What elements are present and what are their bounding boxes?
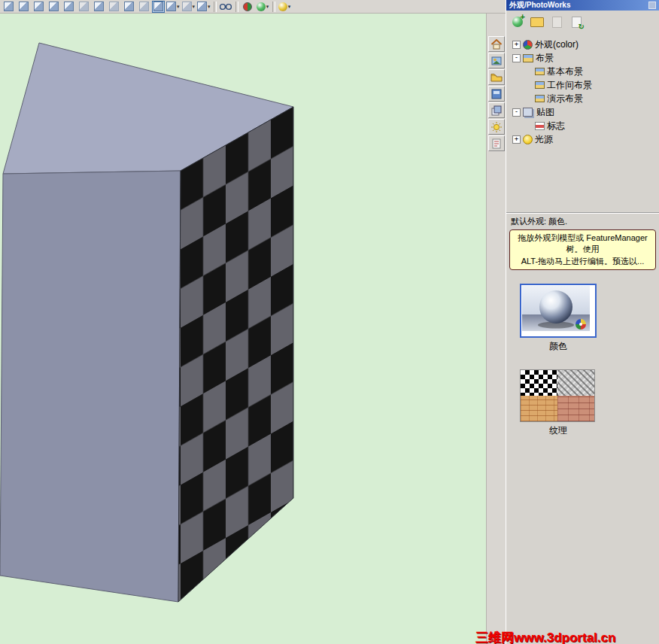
- back-view-button[interactable]: [17, 1, 31, 13]
- tree-item-presentation-scenes[interactable]: 演示布景: [506, 92, 659, 105]
- hint-line: 树。使用: [512, 244, 654, 255]
- scene-icon: [535, 81, 545, 89]
- box-checker-face[interactable]: [178, 107, 293, 602]
- tree-item-basic-scenes[interactable]: 基本布景: [506, 65, 659, 78]
- view-cube-icon: [109, 2, 119, 11]
- copy-button[interactable]: [548, 14, 565, 30]
- left-view-button[interactable]: [32, 1, 46, 13]
- decal-stack-icon: [523, 108, 533, 117]
- texture-grid-image: [521, 370, 594, 421]
- decals-icon: [490, 105, 503, 117]
- expander-box[interactable]: +: [512, 135, 521, 144]
- toolbar-separator: [272, 2, 275, 12]
- refresh-arrows-icon: ↻: [579, 23, 585, 31]
- photoworks-options-button[interactable]: ▾: [278, 1, 292, 13]
- light-icon: [523, 135, 533, 144]
- hidden-lines-button[interactable]: ▾: [181, 1, 196, 13]
- open-archive-button[interactable]: [529, 14, 545, 30]
- normal-to-view-button[interactable]: [137, 1, 151, 13]
- appearance-tree: + 外观(color) - 布景 基本布景 工作间布景 演示布景: [506, 33, 659, 212]
- chevron-down-icon: ▾: [266, 4, 269, 9]
- scene-editor-button[interactable]: [488, 86, 505, 102]
- scene-editor-icon: [490, 88, 503, 100]
- expander-box[interactable]: +: [512, 41, 521, 49]
- logo-icon: [535, 122, 545, 130]
- home-button[interactable]: [488, 36, 505, 52]
- tree-item-scenes[interactable]: - 布景: [506, 51, 659, 65]
- brick-texture-swatch: [557, 396, 594, 421]
- add-appearance-button[interactable]: +: [509, 14, 526, 30]
- front-view-button[interactable]: [2, 1, 16, 13]
- pin-icon[interactable]: [648, 2, 656, 9]
- tree-item-studio-scenes[interactable]: 工作间布景: [506, 78, 659, 92]
- tree-item-label: 外观(color): [535, 38, 579, 51]
- plus-icon: +: [521, 12, 525, 21]
- appearances-button[interactable]: [488, 135, 505, 151]
- color-preview-block: 颜色: [520, 284, 597, 353]
- color-preview-thumbnail[interactable]: [520, 284, 597, 338]
- hint-tooltip: 拖放外观到模型或 FeatureManager 树。使用 ALT-拖动马上进行编…: [509, 229, 656, 270]
- expander-box[interactable]: -: [512, 54, 521, 62]
- bottom-view-button[interactable]: [77, 1, 91, 13]
- hint-line: ALT-拖动马上进行编辑。预选以...: [512, 256, 654, 267]
- appearance-sheet-icon: [490, 138, 503, 150]
- box-left-face[interactable]: [0, 171, 181, 602]
- scene-icon: [523, 54, 533, 62]
- tree-item-logos[interactable]: 标志: [506, 119, 659, 132]
- decals-button[interactable]: [488, 102, 505, 118]
- preview-window-button[interactable]: [488, 53, 505, 68]
- render-tools-button[interactable]: ▾: [256, 1, 270, 13]
- view-cube-icon: [166, 2, 176, 11]
- open-scene-button[interactable]: [488, 69, 505, 85]
- view-cube-icon: [197, 2, 207, 11]
- render-preview-icon: [490, 55, 503, 67]
- chevron-down-icon: ▾: [177, 4, 180, 9]
- texture-preview-thumbnail[interactable]: [520, 369, 595, 422]
- toolbar-separator: [235, 2, 238, 12]
- tree-item-appearance[interactable]: + 外观(color): [506, 38, 659, 51]
- render-ball-icon: [243, 2, 252, 11]
- tree-item-decals[interactable]: - 贴图: [506, 105, 659, 119]
- photoworks-panel: 外观/PhotoWorks + ↻ + 外观(color): [506, 0, 659, 644]
- tree-item-lights[interactable]: + 光源: [506, 132, 659, 146]
- right-view-button[interactable]: [47, 1, 61, 13]
- main-toolbar: ▾ ▾ ▾ ▾ ▾: [0, 0, 506, 14]
- viewport-3d[interactable]: [0, 14, 486, 644]
- isometric-view-button[interactable]: [92, 1, 106, 13]
- dimetric-view-button[interactable]: [122, 1, 136, 13]
- tree-item-label: 工作间布景: [547, 79, 592, 92]
- glasses-icon: [220, 3, 232, 11]
- model-box[interactable]: [0, 14, 486, 644]
- view-cube-icon: [34, 2, 44, 11]
- tree-item-label: 光源: [535, 133, 553, 146]
- view-cube-icon: [94, 2, 104, 11]
- view-orientation-button[interactable]: [152, 1, 165, 13]
- tree-item-label: 基本布景: [547, 65, 583, 78]
- toolbar-separator: [214, 2, 217, 12]
- chevron-down-icon: ▾: [193, 4, 196, 9]
- view-cube-icon: [19, 2, 29, 11]
- hint-line: 拖放外观到模型或 FeatureManager: [512, 232, 654, 244]
- scene-icon: [535, 95, 545, 102]
- watermark-text: 三维网www.3dportal.cn: [475, 629, 615, 644]
- scene-icon: [535, 68, 545, 75]
- view-cube-icon: [49, 2, 59, 11]
- update-button[interactable]: ↻: [568, 14, 585, 30]
- color-preview-label: 颜色: [520, 340, 597, 353]
- expander-box[interactable]: -: [512, 108, 521, 117]
- top-view-button[interactable]: [62, 1, 76, 13]
- section-view-button[interactable]: ▾: [196, 1, 211, 13]
- home-icon: [490, 38, 503, 50]
- view-cube-icon: [4, 2, 14, 11]
- lights-button[interactable]: [488, 119, 505, 135]
- tree-item-label: 贴图: [536, 106, 554, 119]
- view-cube-icon: [79, 2, 89, 11]
- view-cube-icon: [153, 2, 163, 11]
- display-style-button[interactable]: ▾: [166, 1, 181, 13]
- photoworks-render-button[interactable]: [241, 1, 255, 13]
- copy-sheet-icon: [552, 17, 562, 28]
- tree-item-label: 标志: [547, 120, 565, 132]
- trimetric-view-button[interactable]: [107, 1, 121, 13]
- view-settings-button[interactable]: [219, 1, 233, 13]
- panel-title-bar[interactable]: 外观/PhotoWorks: [506, 0, 659, 11]
